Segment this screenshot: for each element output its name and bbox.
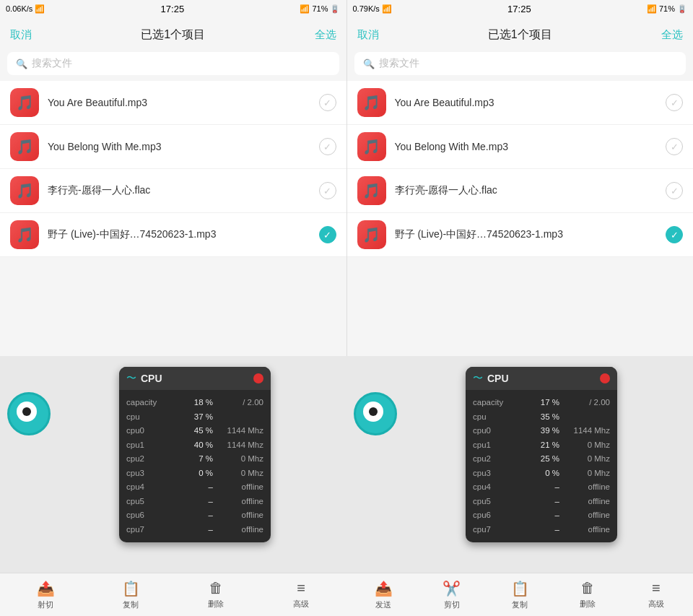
toolbar-icon: 📤 — [37, 580, 55, 597]
toolbar-label: 复制 — [512, 599, 528, 610]
cancel-button-left[interactable]: 取消 — [10, 28, 32, 42]
toolbar-icon: 📋 — [122, 580, 140, 597]
cpu-row-label: cpu2 — [473, 452, 513, 467]
cpu-row-label: cpu3 — [126, 467, 167, 481]
cpu-row-label: cpu7 — [126, 523, 167, 537]
cpu-data-row: cpu0 45 % 1144 Mhz — [126, 424, 263, 438]
toolbar-item[interactable]: 🗑 删除 — [173, 580, 258, 610]
status-left-signal: 0.06K/s 📶 — [6, 4, 45, 14]
cpu-row-extra: offline — [213, 480, 263, 495]
cpu-row-value: – — [513, 508, 559, 523]
file-music-icon: 🎵 — [10, 88, 39, 117]
check-icon[interactable]: ✓ — [666, 226, 683, 243]
search-bar-right[interactable]: 🔍 搜索文件 — [354, 52, 687, 75]
status-right-icons: 📶 71% 🪫 — [647, 4, 687, 14]
cpu-row-value: 39 % — [513, 424, 559, 438]
cpu-row-value: 21 % — [513, 438, 559, 453]
toolbar-item[interactable]: ✂️ 剪切 — [417, 580, 485, 610]
cpu-row-extra: 0 Mhz — [213, 467, 263, 481]
cpu-row-value: – — [167, 523, 213, 537]
cpu-row-value: – — [513, 480, 559, 495]
cpu-data-row: cpu5 – offline — [126, 495, 263, 509]
cpu-row-label: cpu4 — [126, 480, 167, 495]
cpu-record-button[interactable] — [600, 373, 610, 383]
cancel-button-right[interactable]: 取消 — [357, 28, 379, 42]
cpu-row-extra: 0 Mhz — [559, 438, 610, 453]
all-button-right[interactable]: 全选 — [661, 28, 683, 42]
toolbar-label: 复制 — [123, 599, 139, 610]
file-item[interactable]: 🎵You Belong With Me.mp3✓ — [347, 125, 694, 169]
toolbar-right: 📤 发送 ✂️ 剪切 📋 复制 🗑 删除 ≡ 高级 — [346, 573, 693, 616]
cpu-row-value: 35 % — [513, 410, 559, 425]
toolbar-item[interactable]: 📤 发送 — [349, 580, 417, 610]
cpu-widget-header: 〜 CPU — [466, 367, 617, 390]
check-icon[interactable]: ✓ — [666, 138, 683, 155]
cpu-row-label: cpu5 — [126, 495, 167, 509]
check-icon[interactable]: ✓ — [666, 182, 683, 199]
check-icon[interactable]: ✓ — [319, 182, 336, 199]
nav-bar-right: 取消 已选1个项目 全选 — [347, 17, 694, 52]
cpu-widget-left: 〜 CPU capacity 18 % / 2.00 cpu 37 % cpu0… — [119, 367, 271, 542]
file-name-label: 李行亮-愿得一人心.flac — [395, 184, 658, 197]
cpu-row-label: cpu5 — [473, 495, 513, 509]
cpu-row-label: cpu2 — [126, 452, 167, 467]
toolbar-item[interactable]: 🗑 删除 — [554, 580, 622, 610]
file-name-label: You Are Beautiful.mp3 — [48, 97, 310, 108]
file-list-right: 🎵You Are Beautiful.mp3✓🎵You Belong With … — [347, 81, 694, 257]
mascot-left — [0, 385, 58, 443]
cpu-row-label: cpu1 — [126, 438, 167, 453]
cpu-data-row: capacity 18 % / 2.00 — [126, 396, 263, 410]
toolbar-item[interactable]: 📤 射切 — [3, 580, 88, 610]
toolbar-item[interactable]: 📋 复制 — [486, 580, 554, 610]
toolbar-item[interactable]: ≡ 高级 — [258, 580, 344, 610]
cpu-row-extra: / 2.00 — [213, 396, 263, 410]
file-item[interactable]: 🎵李行亮-愿得一人心.flac✓ — [0, 169, 346, 213]
file-item[interactable]: 🎵野子 (Live)-中国好…74520623-1.mp3✓ — [0, 213, 346, 257]
toolbar-label: 高级 — [293, 599, 309, 610]
search-icon-right: 🔍 — [363, 58, 375, 69]
status-left-time: 17:25 — [161, 4, 185, 14]
cpu-row-value: 17 % — [513, 396, 559, 410]
cpu-row-label: cpu3 — [473, 467, 513, 481]
check-icon[interactable]: ✓ — [319, 226, 336, 243]
toolbar-item[interactable]: 📋 复制 — [88, 580, 173, 610]
toolbar-icon: 🗑 — [580, 580, 595, 597]
toolbar-left: 📤 射切 📋 复制 🗑 删除 ≡ 高级 — [0, 573, 346, 616]
toolbar-label: 删除 — [208, 599, 224, 610]
cpu-row-value: – — [513, 523, 559, 537]
cpu-data-row: cpu6 – offline — [473, 508, 610, 523]
search-bar-left[interactable]: 🔍 搜索文件 — [7, 52, 339, 75]
nav-title-right: 已选1个项目 — [488, 27, 552, 43]
status-left-icons: 📶 71% 🪫 — [300, 4, 340, 14]
toolbar-icon: ✂️ — [443, 580, 461, 597]
lower-area: 〜 CPU capacity 18 % / 2.00 cpu 37 % cpu0… — [0, 356, 693, 573]
file-name-label: You Belong With Me.mp3 — [48, 141, 310, 152]
file-item[interactable]: 🎵You Belong With Me.mp3✓ — [0, 125, 346, 169]
file-name-label: 野子 (Live)-中国好…74520623-1.mp3 — [395, 228, 658, 241]
check-icon[interactable]: ✓ — [319, 138, 336, 155]
file-item[interactable]: 🎵You Are Beautiful.mp3✓ — [0, 81, 346, 125]
cpu-wave-icon: 〜 — [126, 372, 136, 385]
cpu-row-value: 45 % — [167, 424, 213, 438]
cpu-data-row: cpu4 – offline — [473, 480, 610, 495]
file-item[interactable]: 🎵李行亮-愿得一人心.flac✓ — [347, 169, 694, 213]
lower-right: 〜 CPU capacity 17 % / 2.00 cpu 35 % cpu0… — [346, 356, 693, 573]
cpu-row-value: 37 % — [167, 410, 213, 425]
file-item[interactable]: 🎵野子 (Live)-中国好…74520623-1.mp3✓ — [347, 213, 694, 257]
cpu-data-row: cpu2 7 % 0 Mhz — [126, 452, 263, 467]
cpu-data-row: cpu0 39 % 1144 Mhz — [473, 424, 610, 438]
file-name-label: You Belong With Me.mp3 — [395, 141, 658, 152]
cpu-row-value: – — [167, 508, 213, 523]
file-list-left: 🎵You Are Beautiful.mp3✓🎵You Belong With … — [0, 81, 346, 257]
panel-left: 取消 已选1个项目 全选 🔍 搜索文件 🎵You Are Beautiful.m… — [0, 17, 347, 356]
check-icon[interactable]: ✓ — [666, 94, 683, 111]
cpu-row-extra: 0 Mhz — [213, 452, 263, 467]
check-icon[interactable]: ✓ — [319, 94, 336, 111]
toolbar-item[interactable]: ≡ 高级 — [622, 580, 690, 610]
file-item[interactable]: 🎵You Are Beautiful.mp3✓ — [347, 81, 694, 125]
all-button-left[interactable]: 全选 — [315, 28, 336, 42]
cpu-row-label: cpu — [126, 410, 167, 425]
search-icon-left: 🔍 — [16, 58, 27, 69]
cpu-record-button[interactable] — [253, 373, 263, 383]
cpu-row-extra: offline — [559, 508, 610, 523]
